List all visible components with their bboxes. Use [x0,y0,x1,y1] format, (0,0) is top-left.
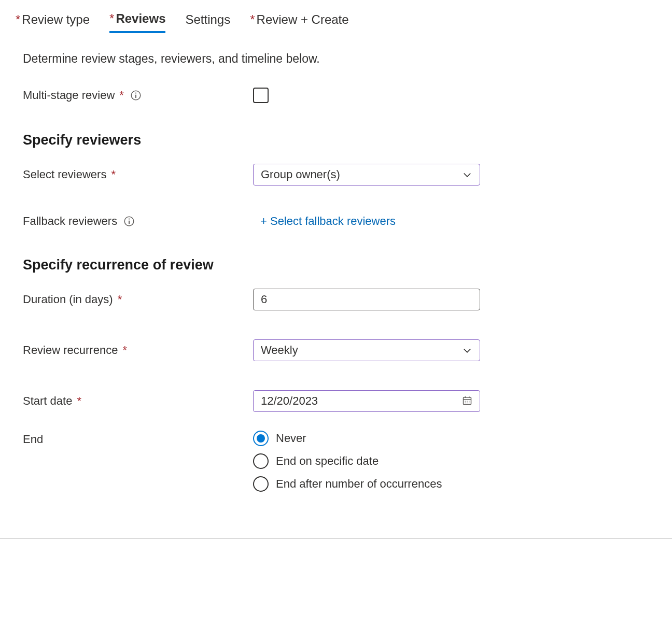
required-asterisk: * [109,11,114,26]
required-asterisk: * [122,344,127,357]
svg-point-11 [467,401,468,402]
label-duration: Duration (in days) * [23,293,253,306]
calendar-icon [462,395,473,407]
label-text: Select reviewers [23,168,106,181]
row-fallback-reviewers: Fallback reviewers + Select fallback rev… [23,215,656,228]
select-value: Weekly [261,344,298,357]
required-asterisk: * [250,12,255,27]
section-specify-reviewers: Specify reviewers [23,132,656,148]
label-recurrence: Review recurrence * [23,344,253,357]
radio-button [253,476,269,492]
row-duration: Duration (in days) * [23,289,656,310]
label-fallback-reviewers: Fallback reviewers [23,215,253,228]
label-text: Review recurrence [23,344,118,357]
label-end: End [23,431,253,446]
required-asterisk: * [118,293,122,306]
select-value: Group owner(s) [261,168,340,181]
label-text: Fallback reviewers [23,215,117,228]
tab-label: Review type [22,12,90,27]
tab-settings[interactable]: Settings [185,11,230,33]
multi-stage-checkbox[interactable] [253,88,269,103]
svg-point-12 [469,401,470,402]
radio-button [253,431,269,446]
row-select-reviewers: Select reviewers * Group owner(s) [23,164,656,186]
radio-label: End after number of occurrences [276,477,442,491]
end-radio-group: Never End on specific date End after num… [253,431,442,492]
radio-option-occurrences[interactable]: End after number of occurrences [253,476,442,492]
row-multi-stage: Multi-stage review * [23,88,656,103]
radio-option-never[interactable]: Never [253,431,442,446]
label-select-reviewers: Select reviewers * [23,168,253,181]
required-asterisk: * [77,394,81,408]
intro-text: Determine review stages, reviewers, and … [23,52,656,66]
date-value: 12/20/2023 [261,394,318,408]
svg-point-2 [135,92,136,93]
wizard-tabs: * Review type * Reviews Settings * Revie… [16,11,656,33]
radio-button [253,453,269,469]
tab-label: Review + Create [257,12,349,27]
section-specify-recurrence: Specify recurrence of review [23,257,656,273]
required-asterisk: * [16,12,20,27]
chevron-down-icon [462,169,472,180]
recurrence-dropdown[interactable]: Weekly [253,339,480,361]
start-date-input[interactable]: 12/20/2023 [253,390,480,412]
svg-point-13 [465,403,466,404]
label-multi-stage: Multi-stage review * [23,89,253,102]
svg-point-14 [467,403,468,404]
tab-reviews[interactable]: * Reviews [109,11,165,33]
info-icon[interactable] [130,90,142,101]
label-text: Duration (in days) [23,293,113,306]
svg-point-15 [469,403,470,404]
select-reviewers-dropdown[interactable]: Group owner(s) [253,164,480,186]
tab-review-type[interactable]: * Review type [16,11,90,33]
tab-label: Settings [185,12,230,27]
label-start-date: Start date * [23,394,253,408]
svg-point-10 [465,401,466,402]
row-end: End Never End on specific date End after… [23,431,656,492]
select-fallback-reviewers-link[interactable]: + Select fallback reviewers [260,215,396,228]
row-start-date: Start date * 12/20/2023 [23,390,656,412]
radio-option-specific-date[interactable]: End on specific date [253,453,442,469]
tab-review-create[interactable]: * Review + Create [250,11,348,33]
tab-label: Reviews [116,11,165,26]
row-recurrence: Review recurrence * Weekly [23,339,656,361]
required-asterisk: * [111,168,116,181]
svg-point-5 [129,218,130,219]
wizard-panel: * Review type * Reviews Settings * Revie… [0,0,672,539]
radio-label: Never [276,432,306,445]
duration-input[interactable] [253,289,480,310]
label-text: Multi-stage review [23,89,115,102]
label-text: Start date [23,394,72,408]
radio-label: End on specific date [276,454,379,468]
required-asterisk: * [119,89,124,102]
info-icon[interactable] [123,216,135,227]
chevron-down-icon [462,345,472,355]
label-text: End [23,433,43,446]
